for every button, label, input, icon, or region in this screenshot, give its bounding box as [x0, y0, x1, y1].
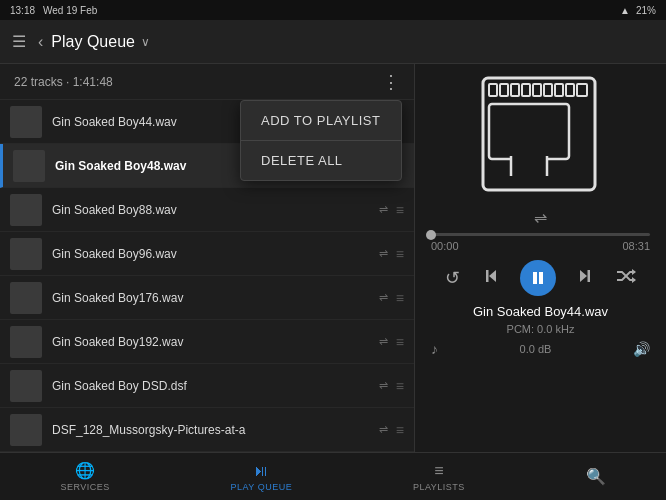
usb-icon: ⇌	[379, 291, 388, 304]
bottom-nav: 🌐 SERVICES ⏯ PLAY QUEUE ≡ PLAYLISTS 🔍	[0, 452, 666, 500]
left-panel: 22 tracks · 1:41:48 ⋮ Gin Soaked Boy44.w…	[0, 64, 415, 452]
track-name: Gin Soaked Boy96.wav	[52, 247, 379, 261]
time-row: 00:00 08:31	[427, 240, 654, 252]
prev-button[interactable]	[478, 262, 506, 295]
volume-speaker-icon: 🔊	[633, 341, 650, 357]
svg-rect-3	[511, 84, 519, 96]
svg-rect-4	[522, 84, 530, 96]
chevron-down-icon[interactable]: ∨	[141, 35, 150, 49]
track-thumbnail	[10, 370, 42, 402]
search-icon: 🔍	[586, 467, 606, 486]
svg-rect-16	[533, 272, 537, 284]
status-day: Wed 19 Feb	[43, 5, 97, 16]
svg-rect-11	[511, 156, 547, 176]
svg-rect-10	[489, 104, 569, 159]
status-bar: 13:18 Wed 19 Feb ▲ 21%	[0, 0, 666, 20]
controls-row: ↺	[441, 260, 640, 296]
status-left: 13:18 Wed 19 Feb	[10, 5, 97, 16]
menu-icon[interactable]: ☰	[12, 32, 26, 51]
volume-row: ♪ 0.0 dB 🔊	[427, 341, 654, 357]
track-item[interactable]: Gin Soaked Boy DSD.dsf ⇌ ≡	[0, 364, 414, 408]
track-thumbnail	[10, 238, 42, 270]
svg-rect-17	[539, 272, 543, 284]
header-title: Play Queue ∨	[51, 33, 654, 51]
drag-handle-icon[interactable]: ≡	[396, 422, 404, 438]
time-total: 08:31	[622, 240, 650, 252]
delete-all-button[interactable]: DELETE ALL	[241, 141, 401, 180]
drag-handle-icon[interactable]: ≡	[396, 246, 404, 262]
back-button[interactable]: ‹	[38, 33, 43, 51]
drag-handle-icon[interactable]: ≡	[396, 290, 404, 306]
nav-search[interactable]: 🔍	[570, 463, 622, 490]
svg-rect-1	[489, 84, 497, 96]
progress-bar-track[interactable]	[431, 233, 650, 236]
usb-icon: ⇌	[379, 247, 388, 260]
track-thumbnail	[10, 414, 42, 446]
track-name: Gin Soaked Boy192.wav	[52, 335, 379, 349]
nav-services[interactable]: 🌐 SERVICES	[44, 457, 125, 496]
track-thumbnail	[10, 282, 42, 314]
page-title: Play Queue	[51, 33, 135, 51]
volume-db: 0.0 dB	[520, 343, 552, 355]
drag-handle-icon[interactable]: ≡	[396, 378, 404, 394]
nav-playlists[interactable]: ≡ PLAYLISTS	[397, 458, 481, 496]
playlists-label: PLAYLISTS	[413, 482, 465, 492]
svg-rect-15	[486, 270, 489, 282]
battery-level: 21%	[636, 5, 656, 16]
signal-icon: ▲	[620, 5, 630, 16]
header: ☰ ‹ Play Queue ∨	[0, 20, 666, 64]
svg-rect-6	[544, 84, 552, 96]
main-layout: 22 tracks · 1:41:48 ⋮ Gin Soaked Boy44.w…	[0, 64, 666, 452]
status-time: 13:18	[10, 5, 35, 16]
services-icon: 🌐	[75, 461, 95, 480]
shuffle-icon	[616, 268, 636, 284]
now-playing-title: Gin Soaked Boy44.wav	[473, 304, 608, 319]
tracks-count: 22 tracks · 1:41:48	[14, 75, 113, 89]
svg-rect-9	[577, 84, 587, 96]
track-item[interactable]: Gin Soaked Boy192.wav ⇌ ≡	[0, 320, 414, 364]
next-icon	[574, 266, 594, 286]
prev-icon	[482, 266, 502, 286]
tracks-header: 22 tracks · 1:41:48 ⋮	[0, 64, 414, 100]
drag-handle-icon[interactable]: ≡	[396, 202, 404, 218]
music-note-icon: ♪	[431, 341, 438, 357]
usb-icon: ⇌	[379, 335, 388, 348]
tracks-more-button[interactable]: ⋮	[382, 71, 400, 93]
now-playing-meta: PCM: 0.0 kHz	[507, 323, 575, 335]
repeat-button[interactable]: ↺	[441, 263, 464, 293]
time-current: 00:00	[431, 240, 459, 252]
shuffle-button[interactable]	[612, 264, 640, 293]
drag-handle-icon[interactable]: ≡	[396, 334, 404, 350]
track-item[interactable]: Gin Soaked Boy176.wav ⇌ ≡	[0, 276, 414, 320]
track-item[interactable]: Gin Soaked Boy88.wav ⇌ ≡	[0, 188, 414, 232]
progress-container[interactable]	[427, 233, 654, 236]
svg-rect-2	[500, 84, 508, 96]
album-art	[481, 76, 601, 196]
svg-rect-5	[533, 84, 541, 96]
track-item[interactable]: Gin Soaked Boy44.wav ADD TO PLAYLIST DEL…	[0, 100, 414, 144]
play-queue-label: PLAY QUEUE	[231, 482, 293, 492]
playlists-icon: ≡	[434, 462, 443, 480]
right-panel: ⇌ 00:00 08:31 ↺	[415, 64, 666, 452]
next-button[interactable]	[570, 262, 598, 295]
svg-marker-20	[632, 269, 636, 275]
services-label: SERVICES	[60, 482, 109, 492]
device-artwork	[481, 76, 597, 192]
add-to-playlist-button[interactable]: ADD TO PLAYLIST	[241, 101, 401, 140]
track-name: Gin Soaked Boy DSD.dsf	[52, 379, 379, 393]
svg-marker-21	[632, 277, 636, 283]
track-item[interactable]: DSF_128_Mussorgsky-Pictures-at-a ⇌ ≡	[0, 408, 414, 452]
track-name: DSF_128_Mussorgsky-Pictures-at-a	[52, 423, 379, 437]
track-name: Gin Soaked Boy176.wav	[52, 291, 379, 305]
svg-marker-14	[489, 270, 496, 282]
track-thumbnail	[13, 150, 45, 182]
progress-dot	[426, 230, 436, 240]
svg-rect-8	[566, 84, 574, 96]
pause-button[interactable]	[520, 260, 556, 296]
pause-icon	[530, 270, 546, 286]
nav-play-queue[interactable]: ⏯ PLAY QUEUE	[215, 458, 309, 496]
track-item[interactable]: Gin Soaked Boy96.wav ⇌ ≡	[0, 232, 414, 276]
track-name: Gin Soaked Boy88.wav	[52, 203, 379, 217]
track-thumbnail	[10, 194, 42, 226]
tracks-list: Gin Soaked Boy44.wav ADD TO PLAYLIST DEL…	[0, 100, 414, 452]
